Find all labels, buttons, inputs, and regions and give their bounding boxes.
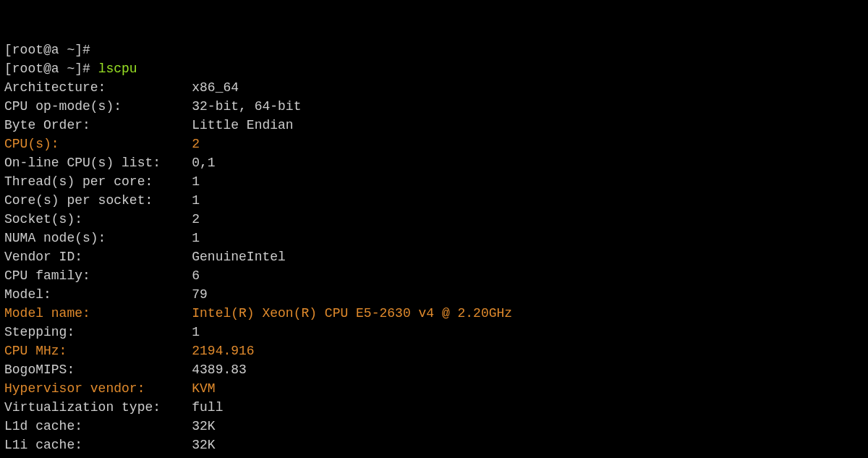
output-row: Vendor ID:GenuineIntel: [4, 250, 286, 264]
field-label: CPU MHz:: [4, 342, 192, 360]
output-row: CPU(s):2: [4, 137, 200, 151]
field-label: On-line CPU(s) list:: [4, 153, 192, 172]
output-row: L1d cache:32K: [4, 419, 216, 433]
field-label: CPU(s):: [4, 135, 192, 153]
output-row: Thread(s) per core:1: [4, 174, 200, 189]
field-value: 32-bit, 64-bit: [192, 99, 301, 114]
field-value: 32K: [192, 419, 215, 433]
shell-prompt: [root@a ~]#: [4, 43, 90, 57]
field-label: Hypervisor vendor:: [4, 379, 192, 398]
field-label: Stepping:: [4, 323, 192, 342]
field-value: Little Endian: [192, 118, 293, 132]
field-label: Socket(s):: [4, 210, 192, 229]
field-value: full: [192, 400, 223, 415]
lscpu-output: Architecture:x86_64 CPU op-mode(s):32-bi…: [4, 78, 864, 458]
field-label: Thread(s) per core:: [4, 172, 192, 191]
output-row: CPU op-mode(s):32-bit, 64-bit: [4, 99, 301, 114]
field-label: NUMA node(s):: [4, 229, 192, 247]
output-row: On-line CPU(s) list:0,1: [4, 156, 216, 170]
field-value: 79: [192, 287, 208, 302]
field-value: GenuineIntel: [192, 250, 286, 264]
output-row: Stepping:1: [4, 325, 200, 339]
field-label: CPU op-mode(s):: [4, 97, 192, 116]
field-label: L1i cache:: [4, 436, 192, 454]
field-value: 2194.916: [192, 344, 254, 358]
field-label: L2 cache:: [4, 454, 192, 458]
field-label: L1d cache:: [4, 417, 192, 436]
field-value: 4389.83: [192, 362, 247, 377]
output-row: Model name:Intel(R) Xeon(R) CPU E5-2630 …: [4, 306, 512, 321]
field-label: Model name:: [4, 304, 192, 323]
shell-prompt: [root@a ~]#: [4, 62, 98, 76]
output-row: BogoMIPS:4389.83: [4, 362, 247, 377]
field-value: 2: [192, 137, 200, 151]
field-value: x86_64: [192, 80, 239, 95]
field-value: Intel(R) Xeon(R) CPU E5-2630 v4 @ 2.20GH…: [192, 306, 512, 321]
field-label: Virtualization type:: [4, 398, 192, 417]
output-row: NUMA node(s):1: [4, 231, 200, 245]
field-value: 1: [192, 174, 200, 189]
field-value: 32K: [192, 438, 215, 452]
output-row: L1i cache:32K: [4, 438, 216, 452]
field-label: BogoMIPS:: [4, 360, 192, 379]
terminal-output: [root@a ~]# [root@a ~]# lscpu Architectu…: [4, 41, 864, 458]
field-label: Model:: [4, 285, 192, 304]
command-text: lscpu: [98, 62, 137, 76]
field-value: 1: [192, 231, 200, 245]
field-label: CPU family:: [4, 266, 192, 285]
field-value: 1: [192, 193, 200, 208]
output-row: Hypervisor vendor:KVM: [4, 381, 216, 396]
output-row: Core(s) per socket:1: [4, 193, 200, 208]
output-row: Byte Order:Little Endian: [4, 118, 294, 132]
field-value: 2: [192, 212, 200, 226]
field-value: 1: [192, 325, 200, 339]
output-row: CPU MHz:2194.916: [4, 344, 255, 358]
field-value: 6: [192, 268, 200, 283]
output-row: Model:79: [4, 287, 208, 302]
field-label: Architecture:: [4, 78, 192, 97]
output-row: Virtualization type:full: [4, 400, 223, 415]
field-label: Byte Order:: [4, 116, 192, 135]
field-label: Core(s) per socket:: [4, 191, 192, 210]
output-row: Architecture:x86_64: [4, 80, 239, 95]
field-value: 0,1: [192, 156, 215, 170]
field-label: Vendor ID:: [4, 247, 192, 266]
output-row: CPU family:6: [4, 268, 200, 283]
output-row: Socket(s):2: [4, 212, 200, 226]
field-value: KVM: [192, 381, 215, 396]
